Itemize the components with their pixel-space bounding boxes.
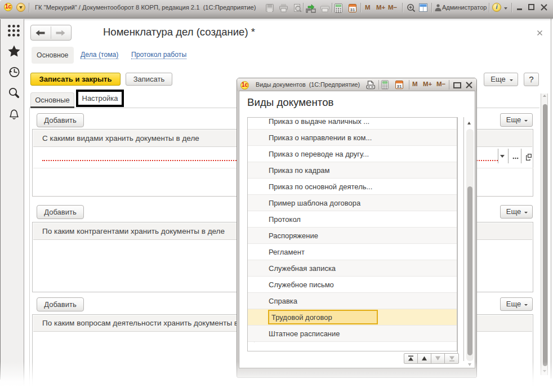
svg-text:31: 31 [350, 7, 355, 12]
svg-text:31: 31 [397, 84, 402, 89]
